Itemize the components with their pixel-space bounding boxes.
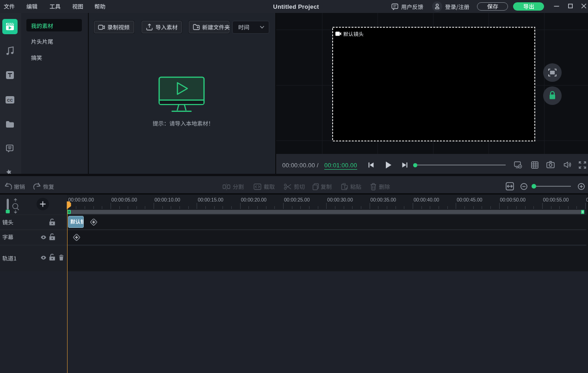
svg-text:CC: CC	[7, 98, 12, 103]
